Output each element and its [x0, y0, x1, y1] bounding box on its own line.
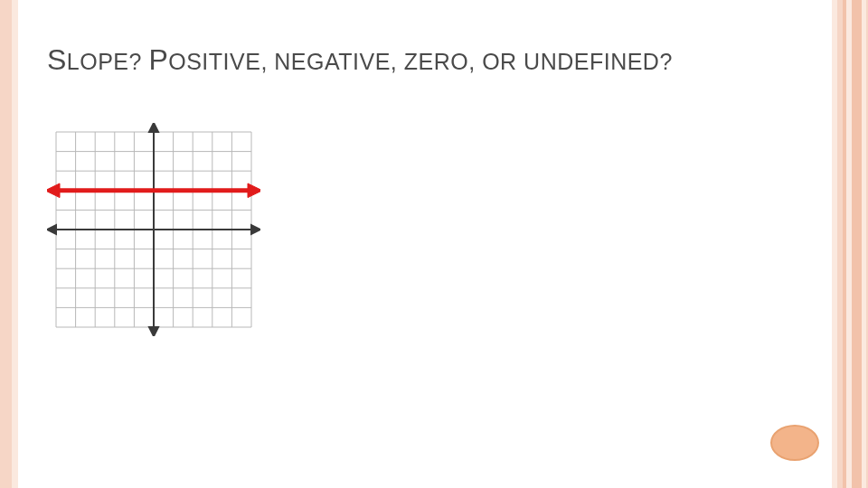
title-word1-rest: LOPE — [67, 49, 129, 74]
arrowhead-up-icon — [149, 123, 158, 132]
decor-oval-icon — [770, 425, 819, 461]
title-word2-rest: OSITIVE — [168, 49, 260, 74]
coordinate-graph — [47, 123, 260, 336]
decor-stripe-r3 — [852, 0, 862, 488]
decor-stripe-r6 — [837, 0, 843, 488]
line-arrowhead-left-icon — [47, 183, 60, 198]
title-punct2: , — [260, 49, 274, 74]
title-punct5: ? — [659, 49, 672, 74]
decor-stripe-left-inner — [12, 0, 18, 488]
title-punct3: , — [391, 49, 404, 74]
title-punct1: ? — [129, 49, 149, 74]
title-word3: NEGATIVE — [274, 49, 391, 74]
title-punct4: , — [468, 49, 482, 74]
title-word5: OR UNDEFINED — [482, 49, 659, 74]
arrowhead-right-icon — [251, 225, 260, 234]
axes — [47, 123, 260, 336]
decor-stripe-r7 — [832, 0, 837, 488]
decor-stripe-r4 — [846, 0, 852, 488]
line-arrowhead-right-icon — [248, 183, 260, 198]
decor-stripe-r5 — [843, 0, 846, 488]
title-word2-cap: P — [148, 43, 168, 76]
arrowhead-down-icon — [149, 327, 158, 336]
decor-stripe-left-outer — [0, 0, 12, 488]
decor-stripe-r2 — [862, 0, 866, 488]
arrowhead-left-icon — [47, 225, 56, 234]
slide-title: SLOPE? POSITIVE, NEGATIVE, ZERO, OR UNDE… — [47, 43, 673, 77]
title-word1-cap: S — [47, 43, 67, 76]
title-word4: ZERO — [404, 49, 468, 74]
